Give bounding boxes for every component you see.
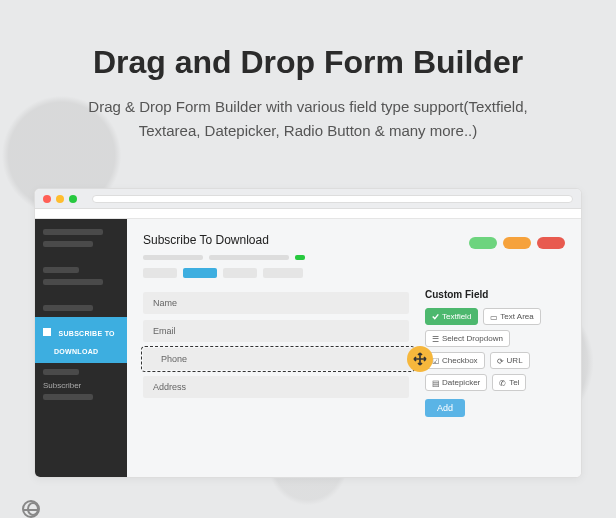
chip-tel-label: Tel <box>509 378 519 387</box>
window-titlebar <box>35 189 581 209</box>
hero-subtitle: Drag & Drop Form Builder with various fi… <box>78 95 538 143</box>
phone-icon: ✆ <box>499 379 506 386</box>
field-phone-dragging[interactable]: Phone <box>143 348 413 370</box>
sidebar-item[interactable] <box>43 279 103 285</box>
window-toolbar <box>35 209 581 219</box>
custom-field-title: Custom Field <box>425 289 565 300</box>
chip-select-label: Select Dropdown <box>442 334 503 343</box>
hero: Drag and Drop Form Builder Drag & Drop F… <box>0 0 616 163</box>
chip-datepicker-label: Datepicker <box>442 378 480 387</box>
sidebar: SUBSCRIBE TO DOWNLOAD Subscriber <box>35 219 127 477</box>
minimize-icon[interactable] <box>56 195 64 203</box>
chip-textfield[interactable]: Textfield <box>425 308 478 325</box>
chip-url-label: URL <box>507 356 523 365</box>
checkbox-icon: ☑ <box>432 357 439 364</box>
list-icon: ☰ <box>432 335 439 342</box>
custom-field-panel: Custom Field Textfield ▭ Text Area ☰ <box>425 233 565 463</box>
status-pills <box>425 237 565 249</box>
tab[interactable] <box>223 268 257 278</box>
field-address[interactable]: Address <box>143 376 409 398</box>
chip-textfield-label: Textfield <box>442 312 471 321</box>
chip-url[interactable]: ⟳ URL <box>490 352 530 369</box>
check-icon <box>432 313 439 320</box>
globe-icon <box>22 500 40 518</box>
chip-datepicker[interactable]: ▤ Datepicker <box>425 374 487 391</box>
tab[interactable] <box>263 268 303 278</box>
hero-title: Drag and Drop Form Builder <box>40 44 576 81</box>
sidebar-item[interactable] <box>43 394 93 400</box>
field-email[interactable]: Email <box>143 320 409 342</box>
sidebar-item-subscribe[interactable]: SUBSCRIBE TO DOWNLOAD <box>35 317 127 363</box>
progress-segment <box>295 255 305 260</box>
sidebar-highlight-l2: DOWNLOAD <box>54 348 98 355</box>
sidebar-item[interactable] <box>43 267 79 273</box>
close-icon[interactable] <box>43 195 51 203</box>
tab[interactable] <box>143 268 177 278</box>
envelope-icon <box>43 328 51 336</box>
progress-segment <box>209 255 289 260</box>
field-phone-label: Phone <box>161 354 187 364</box>
sidebar-item[interactable] <box>43 369 79 375</box>
chip-checkbox-label: Checkbox <box>442 356 478 365</box>
progress-row <box>143 255 409 260</box>
tab-row <box>143 268 409 278</box>
maximize-icon[interactable] <box>69 195 77 203</box>
main-panel: Subscribe To Download Name Email Phone <box>127 219 581 477</box>
chip-checkbox[interactable]: ☑ Checkbox <box>425 352 485 369</box>
status-pill-red <box>537 237 565 249</box>
sidebar-item[interactable] <box>43 241 93 247</box>
progress-segment <box>143 255 203 260</box>
textarea-icon: ▭ <box>490 313 497 320</box>
field-name[interactable]: Name <box>143 292 409 314</box>
drag-handle-icon[interactable] <box>407 346 433 372</box>
app-window: SUBSCRIBE TO DOWNLOAD Subscriber Subscri… <box>34 188 582 478</box>
chip-textarea-label: Text Area <box>500 312 533 321</box>
sidebar-item[interactable] <box>43 229 103 235</box>
add-button[interactable]: Add <box>425 399 465 417</box>
tab-active[interactable] <box>183 268 217 278</box>
sidebar-item[interactable] <box>43 305 93 311</box>
calendar-icon: ▤ <box>432 379 439 386</box>
form-column: Subscribe To Download Name Email Phone <box>143 233 409 463</box>
sidebar-highlight-l1: SUBSCRIBE TO <box>58 330 114 337</box>
form-title: Subscribe To Download <box>143 233 409 247</box>
sidebar-subscriber-label[interactable]: Subscriber <box>43 381 119 390</box>
status-pill-green <box>469 237 497 249</box>
chip-select[interactable]: ☰ Select Dropdown <box>425 330 510 347</box>
chip-tel[interactable]: ✆ Tel <box>492 374 526 391</box>
url-bar[interactable] <box>92 195 573 203</box>
field-type-chips: Textfield ▭ Text Area ☰ Select Dropdown … <box>425 308 565 391</box>
chip-textarea[interactable]: ▭ Text Area <box>483 308 540 325</box>
status-pill-orange <box>503 237 531 249</box>
link-icon: ⟳ <box>497 357 504 364</box>
